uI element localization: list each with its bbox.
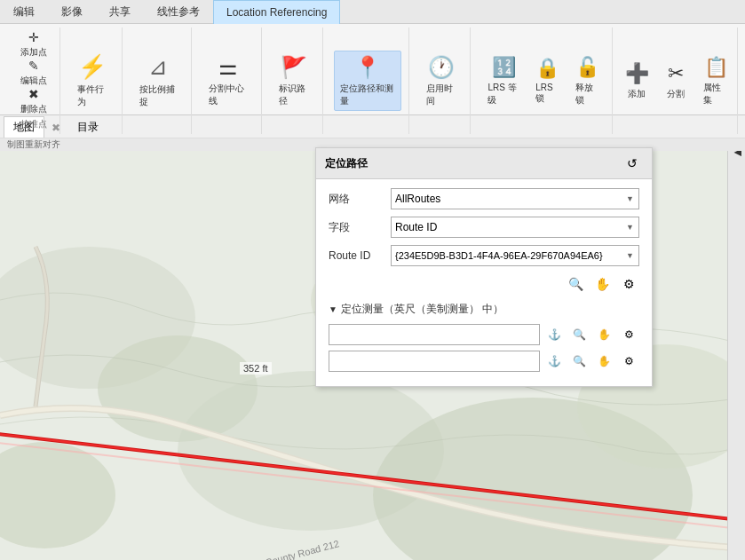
map-container: County Road 212 352 ft 定位路径 ↺ 网络 xyxy=(0,140,745,560)
route-id-label: Route ID xyxy=(329,249,391,262)
search-action-button[interactable]: 🔍 xyxy=(565,273,586,295)
hand-btn-2[interactable]: ✋ xyxy=(593,351,614,372)
anchor-btn-1[interactable]: ⚓ xyxy=(543,324,565,345)
split-icon: ⚌ xyxy=(218,55,238,80)
locate-label: 定位路径和测量 xyxy=(340,83,395,107)
field-select[interactable]: Route IDRoute Name xyxy=(391,217,639,238)
route-id-row: Route ID {234E5D9B-B3D1-4F4A-96EA-29F670… xyxy=(329,245,639,266)
proportional-items: ⊿ 按比例捕捉 xyxy=(133,31,185,130)
search-btn-1[interactable]: 🔍 xyxy=(568,324,590,345)
group-enable-time: 🕐 启用时间 xyxy=(413,28,472,134)
search-btn-2[interactable]: 🔍 xyxy=(568,351,590,372)
add-point-icon: ✛ xyxy=(28,30,39,44)
panel-body: 网络 AllRoutesRoute1Route2 字段 Route IDRout… xyxy=(316,179,652,386)
split-centerline-button[interactable]: ⚌ 分割中心线 xyxy=(202,51,254,111)
tab-image[interactable]: 影像 xyxy=(48,0,96,23)
identify-route-button[interactable]: 🚩 标识路径 xyxy=(273,51,316,111)
field-row: 字段 Route IDRoute Name xyxy=(329,217,639,238)
lrs-lock-label: LRS 锁 xyxy=(535,83,559,105)
network-select[interactable]: AllRoutesRoute1Route2 xyxy=(391,188,639,209)
route-id-select-wrapper: {234E5D9B-B3D1-4F4A-96EA-29F670A94EA6} xyxy=(391,245,639,266)
tab-edit[interactable]: 编辑 xyxy=(0,0,48,23)
field-select-wrapper: Route IDRoute Name xyxy=(391,217,639,238)
enable-time-items: 🕐 启用时间 xyxy=(420,31,464,130)
measure-input-1[interactable] xyxy=(329,324,540,345)
hand-btn-1[interactable]: ✋ xyxy=(593,324,614,345)
search-action-icon: 🔍 xyxy=(568,277,583,291)
locate-icon: 📍 xyxy=(354,55,381,80)
lrs-lock-button[interactable]: 🔒 LRS 锁 xyxy=(529,51,566,111)
group-calibrate: ✛ 添加点 ✎ 编辑点 ✖ 删除点 校准点 xyxy=(7,28,60,134)
measure-section-header[interactable]: 定位测量（英尺（美制测量） 中） xyxy=(329,302,639,317)
add-split-items: ➕ 添加 ✂ 分割 📋 属性集 xyxy=(619,31,734,130)
group-event: ⚡ 事件行为 xyxy=(64,28,123,134)
search-icon-1: 🔍 xyxy=(573,328,586,341)
locate-panel: 定位路径 ↺ 网络 AllRoutesRoute1Route2 字段 Route… xyxy=(315,147,653,387)
delete-point-button[interactable]: ✖ 删除点 xyxy=(16,88,52,114)
event-behavior-button[interactable]: ⚡ 事件行为 xyxy=(71,51,115,111)
route-id-select[interactable]: {234E5D9B-B3D1-4F4A-96EA-29F670A94EA6} xyxy=(391,245,639,266)
panel-reset-button[interactable]: ↺ xyxy=(622,153,643,174)
lrs-level-button[interactable]: 🔢 LRS 等级 xyxy=(481,51,526,111)
split-label: 分割中心线 xyxy=(209,83,248,107)
event-icon: ⚡ xyxy=(78,53,107,81)
hand-action-button[interactable]: ✋ xyxy=(591,273,613,295)
network-select-wrapper: AllRoutesRoute1Route2 xyxy=(391,188,639,209)
measure-section-label: 定位测量（英尺（美制测量） 中） xyxy=(341,302,503,317)
hand-icon-2: ✋ xyxy=(598,355,611,367)
field-label: 字段 xyxy=(329,220,391,235)
panel-actions: 🔍 ✋ ⚙ xyxy=(329,273,639,295)
enable-time-button[interactable]: 🕐 启用时间 xyxy=(420,51,464,111)
split-button[interactable]: ✂ 分割 xyxy=(658,51,693,111)
tab-location-ref[interactable]: Location Referencing xyxy=(213,0,340,24)
anchor-icon-2: ⚓ xyxy=(548,355,561,367)
anchor-btn-2[interactable]: ⚓ xyxy=(543,351,565,372)
panel-title: 定位路径 xyxy=(325,156,368,171)
delete-point-label: 删除点 xyxy=(20,103,47,115)
ribbon-tabs: 编辑 影像 共享 线性参考 Location Referencing xyxy=(0,0,745,24)
reset-icon: ↺ xyxy=(627,156,638,170)
event-items: ⚡ 事件行为 xyxy=(71,31,115,130)
group-split-centerline: ⚌ 分割中心线 xyxy=(195,28,262,134)
measure-input-2[interactable] xyxy=(329,351,540,372)
locate-route-button[interactable]: 📍 定位路径和测量 xyxy=(334,51,401,111)
measure-row-1: ⚓ 🔍 ✋ ⚙ xyxy=(329,324,639,345)
proportional-icon: ⊿ xyxy=(148,53,168,81)
gear-btn-1[interactable]: ⚙ xyxy=(618,324,639,345)
group-proportional: ⊿ 按比例捕捉 xyxy=(126,28,193,134)
proportional-snap-button[interactable]: ⊿ 按比例捕捉 xyxy=(133,51,185,111)
ribbon-content: ✛ 添加点 ✎ 编辑点 ✖ 删除点 校准点 xyxy=(0,24,745,138)
split2-label: 分割 xyxy=(667,88,685,100)
release-lock-label: 释放锁 xyxy=(575,82,598,106)
add-button[interactable]: ➕ 添加 xyxy=(619,51,654,111)
measure-row-2: ⚓ 🔍 ✋ ⚙ xyxy=(329,351,639,372)
side-panel: ▶ xyxy=(727,140,745,560)
calibrate-label: 校准点 xyxy=(20,118,47,130)
identify-items: 🚩 标识路径 xyxy=(273,31,316,130)
locate-items: 📍 定位路径和测量 xyxy=(334,31,401,130)
ribbon: 编辑 影像 共享 线性参考 Location Referencing ✛ 添加点… xyxy=(0,0,745,115)
gear-action-button[interactable]: ⚙ xyxy=(618,273,639,295)
split-items: ⚌ 分割中心线 xyxy=(202,31,254,130)
group-lrs: 🔢 LRS 等级 🔒 LRS 锁 🔓 释放锁 xyxy=(474,28,613,134)
lrs-level-icon: 🔢 xyxy=(492,56,516,79)
release-lock-button[interactable]: 🔓 释放锁 xyxy=(569,51,605,111)
add-point-button[interactable]: ✛ 添加点 xyxy=(16,31,52,58)
lrs-lock-icon: 🔒 xyxy=(535,57,559,80)
network-row: 网络 AllRoutesRoute1Route2 xyxy=(329,188,639,209)
release-lock-icon: 🔓 xyxy=(575,56,599,79)
gear-action-icon: ⚙ xyxy=(623,277,635,291)
redraw-label: 制图重新对齐 xyxy=(7,138,60,151)
search-icon-2: 🔍 xyxy=(573,355,586,367)
group-add-split-attr: ➕ 添加 ✂ 分割 📋 属性集 xyxy=(616,28,738,134)
proportional-label: 按比例捕捉 xyxy=(139,83,178,108)
edit-point-button[interactable]: ✎ 编辑点 xyxy=(16,59,52,86)
attr-label: 属性集 xyxy=(703,82,728,106)
delete-point-icon: ✖ xyxy=(28,87,39,101)
gear-icon-1: ⚙ xyxy=(624,328,634,341)
gear-btn-2[interactable]: ⚙ xyxy=(618,351,639,372)
tab-linear-ref[interactable]: 线性参考 xyxy=(144,0,213,23)
tab-share[interactable]: 共享 xyxy=(96,0,144,23)
attribute-set-button[interactable]: 📋 属性集 xyxy=(697,51,734,111)
add-point-label: 添加点 xyxy=(20,46,47,59)
